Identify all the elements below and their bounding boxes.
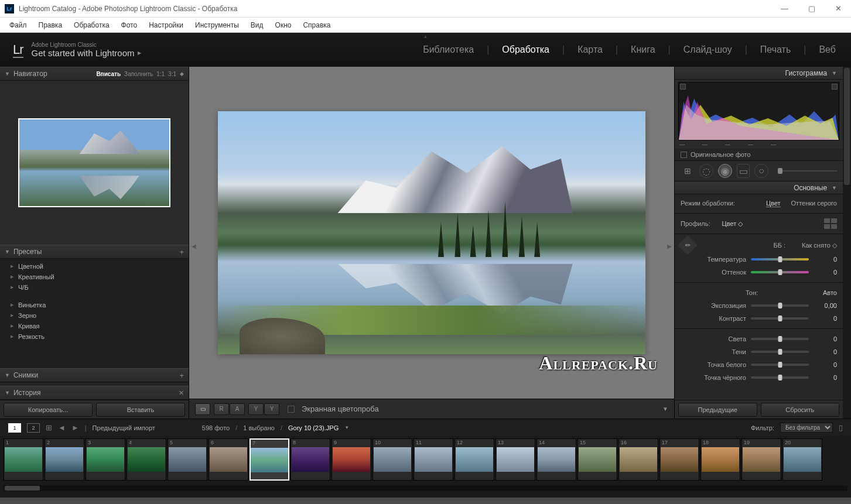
menu-Вид[interactable]: Вид xyxy=(246,19,268,31)
temp-slider[interactable] xyxy=(751,258,809,260)
before-after-tb-button[interactable]: Y xyxy=(248,403,264,415)
presets-header[interactable]: ▼Пресеты + xyxy=(0,245,189,259)
maximize-button[interactable]: ▢ xyxy=(804,2,820,15)
module-Библиотека[interactable]: Библиотека xyxy=(421,44,476,55)
thumbnail-4[interactable]: 4 xyxy=(127,438,166,481)
module-Слайд-шоу[interactable]: Слайд-шоу xyxy=(681,44,734,55)
thumbnail-20[interactable]: 20 xyxy=(782,438,822,481)
before-after-tb2-button[interactable]: Y xyxy=(264,403,279,415)
module-Книга[interactable]: Книга xyxy=(628,44,657,55)
toolbar-menu-icon[interactable]: ▼ xyxy=(662,406,668,412)
tint-slider[interactable] xyxy=(751,271,809,273)
menu-Инструменты[interactable]: Инструменты xyxy=(190,19,244,31)
menu-Обработка[interactable]: Обработка xyxy=(69,19,114,31)
thumbnail-10[interactable]: 10 xyxy=(372,438,412,481)
grad-tool[interactable]: ▭ xyxy=(737,164,750,178)
thumbnail-14[interactable]: 14 xyxy=(536,438,576,481)
thumbnail-15[interactable]: 15 xyxy=(577,438,617,481)
add-snapshot-icon[interactable]: + xyxy=(179,371,184,380)
menu-Окно[interactable]: Окно xyxy=(271,19,296,31)
preset-Ч/Б[interactable]: Ч/Б xyxy=(0,282,189,293)
contrast-slider[interactable] xyxy=(751,317,809,320)
menu-Фото[interactable]: Фото xyxy=(117,19,142,31)
paste-button[interactable]: Вставить xyxy=(96,403,185,417)
previous-button[interactable]: Предыдущие xyxy=(678,403,757,417)
exposure-slider[interactable] xyxy=(751,304,809,307)
source-label[interactable]: Предыдущий импорт xyxy=(93,424,155,431)
preset-Виньетка[interactable]: Виньетка xyxy=(0,300,189,310)
go-forward-icon[interactable]: ► xyxy=(71,423,79,432)
nav-fill[interactable]: Заполнить xyxy=(124,71,153,77)
menu-Файл[interactable]: Файл xyxy=(5,19,32,31)
nav-ratio-menu-icon[interactable]: ◆ xyxy=(180,71,184,77)
thumbnail-19[interactable]: 19 xyxy=(741,438,781,481)
original-checkbox-icon[interactable] xyxy=(681,152,687,158)
navigator-preview[interactable] xyxy=(0,81,189,245)
histogram[interactable] xyxy=(678,82,839,140)
thumbnail-2[interactable]: 2 xyxy=(45,438,84,481)
clear-history-icon[interactable]: ✕ xyxy=(179,389,184,397)
filmstrip-scrollbar[interactable] xyxy=(4,485,847,491)
grid-view-icon[interactable]: ⊞ xyxy=(46,423,52,432)
preset-Зерно[interactable]: Зерно xyxy=(0,310,189,321)
highlight-clip-icon[interactable] xyxy=(832,84,838,90)
radial-tool[interactable]: ○ xyxy=(754,164,768,178)
thumbnail-17[interactable]: 17 xyxy=(659,438,699,481)
history-header[interactable]: ▼История ✕ xyxy=(0,386,189,400)
shadows-slider[interactable] xyxy=(751,351,809,353)
crop-tool[interactable]: ⊞ xyxy=(681,164,695,178)
close-button[interactable]: ✕ xyxy=(831,2,846,15)
auto-tone-button[interactable]: Авто xyxy=(823,289,837,296)
go-back-icon[interactable]: ◄ xyxy=(58,423,66,432)
before-after-lr2-button[interactable]: A xyxy=(230,403,245,415)
mask-slider[interactable] xyxy=(778,170,837,172)
nav-fit[interactable]: Вписать xyxy=(96,71,121,77)
thumbnail-18[interactable]: 18 xyxy=(700,438,740,481)
redeye-tool[interactable]: ◉ xyxy=(718,164,732,178)
menu-Настройки[interactable]: Настройки xyxy=(144,19,188,31)
main-window-button[interactable]: 1 xyxy=(8,423,21,433)
filter-lock-icon[interactable]: ▯ xyxy=(839,423,843,432)
thumbnail-12[interactable]: 12 xyxy=(454,438,494,481)
thumbnail-5[interactable]: 5 xyxy=(168,438,207,481)
thumbnail-13[interactable]: 13 xyxy=(495,438,535,481)
reset-button[interactable]: Сбросить xyxy=(761,403,840,417)
menu-Правка[interactable]: Правка xyxy=(34,19,67,31)
highlights-slider[interactable] xyxy=(751,338,809,340)
thumbnail-11[interactable]: 11 xyxy=(413,438,453,481)
snapshots-header[interactable]: ▼Снимки + xyxy=(0,368,189,382)
original-photo-row[interactable]: Оригинальное фото xyxy=(675,149,843,160)
basic-header[interactable]: Основные▼ xyxy=(675,181,843,194)
wb-picker-icon[interactable]: ✎ xyxy=(678,235,698,255)
treatment-bw[interactable]: Оттенки серого xyxy=(791,200,837,207)
module-Карта[interactable]: Карта xyxy=(575,44,605,55)
loupe-view-button[interactable]: ▭ xyxy=(195,403,210,415)
treatment-color[interactable]: Цвет xyxy=(766,200,781,207)
module-Обработка[interactable]: Обработка xyxy=(500,44,552,55)
nav-1to1[interactable]: 1:1 xyxy=(156,71,165,77)
shadow-clip-icon[interactable] xyxy=(680,84,686,90)
histogram-header[interactable]: Гистограмма▼ xyxy=(675,67,843,80)
preset-Резкость[interactable]: Резкость xyxy=(0,331,189,342)
thumbnail-3[interactable]: 3 xyxy=(86,438,125,481)
module-Веб[interactable]: Веб xyxy=(816,44,838,55)
thumbnail-6[interactable]: 6 xyxy=(209,438,248,481)
wb-dropdown[interactable]: Как снято ◇ xyxy=(802,242,837,249)
preset-Цветной[interactable]: Цветной xyxy=(0,261,189,272)
before-after-lr-button[interactable]: R xyxy=(214,403,229,415)
thumbnail-1[interactable]: 1 xyxy=(4,438,43,481)
minimize-button[interactable]: — xyxy=(776,2,793,15)
current-filename[interactable]: Gory 10 (23).JPG xyxy=(288,424,339,431)
spot-tool[interactable]: ◌ xyxy=(699,164,713,178)
right-scrollbar[interactable] xyxy=(843,67,851,419)
menu-Справка[interactable]: Справка xyxy=(298,19,335,31)
thumbnail-7[interactable]: 7 xyxy=(250,438,289,481)
preset-Кривая[interactable]: Кривая xyxy=(0,321,189,331)
preset-Креативный[interactable]: Креативный xyxy=(0,272,189,282)
brand-big[interactable]: Get started with Lightroom xyxy=(32,48,142,58)
image-canvas[interactable]: Allrepack.Ru xyxy=(189,67,674,399)
profile-browser-icon[interactable] xyxy=(824,218,837,229)
nav-ratio[interactable]: 3:1 xyxy=(168,71,176,77)
second-window-button[interactable]: 2 xyxy=(27,423,40,433)
softproof-checkbox[interactable] xyxy=(288,406,295,413)
